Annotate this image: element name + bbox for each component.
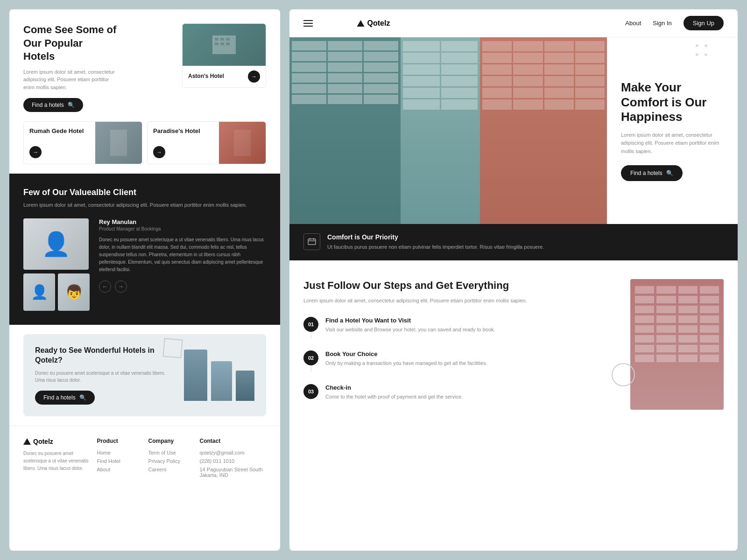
steps-section: Just Follow Our Steps and Get Everything… — [289, 260, 738, 551]
step-2-desc: Only by making a transaction you have ma… — [325, 359, 487, 367]
svg-rect-3 — [226, 38, 230, 41]
step-2-number: 02 — [303, 350, 318, 365]
hotels-row: Rumah Gede Hotel → Paradise's Hotel → — [9, 121, 280, 174]
svg-rect-2 — [220, 38, 224, 41]
cta-buildings — [184, 350, 254, 401]
svg-rect-4 — [215, 42, 218, 45]
client-main-photo: 👤 — [23, 218, 89, 270]
cta-decoration — [162, 338, 183, 358]
paradise-arrow[interactable]: → — [153, 146, 165, 158]
comfort-icon — [303, 233, 320, 250]
step-2-title: Book Your Choice — [325, 350, 487, 357]
find-hotels-button-cta[interactable]: Find a hotels 🔍 — [35, 391, 95, 405]
footer-brand-desc: Donec eu posuere amet scelerisque a ut v… — [23, 450, 90, 472]
nav-signin-link[interactable]: Sign In — [653, 20, 671, 27]
footer-link-about[interactable]: About — [97, 467, 141, 472]
footer-link-privacy[interactable]: Privacy Policy — [148, 458, 193, 464]
step-3-title: Check-in — [325, 384, 463, 391]
client-name: Rey Manulan — [99, 218, 266, 225]
cta-building-mid — [211, 361, 232, 401]
right-hero-section: Make Your Comfort is Our Happiness Lorem… — [289, 37, 738, 224]
paradise-card: Paradise's Hotel → — [147, 121, 266, 164]
cta-section: Ready to See Wonderful Hotels in Qotelz?… — [23, 334, 266, 417]
aston-hotel-arrow[interactable]: → — [248, 70, 260, 83]
footer-link-home[interactable]: Home — [97, 450, 141, 455]
footer-contact-col: Contact qotelzy@gmail.com (228) 011 1010… — [200, 438, 267, 481]
svg-rect-8 — [234, 130, 251, 156]
footer-link-careers[interactable]: Careers — [148, 467, 193, 472]
footer-phone: (228) 011 1010 — [200, 458, 267, 464]
footer-brand: Qotelz Donec eu posuere amet scelerisque… — [23, 438, 90, 481]
steps-title: Just Follow Our Steps and Get Everything — [303, 279, 598, 293]
steps-image — [612, 279, 724, 532]
footer-brand-name: Qotelz — [23, 438, 90, 445]
footer-section: Qotelz Donec eu posuere amet scelerisque… — [9, 426, 280, 492]
cta-building-tall — [184, 350, 207, 401]
paradise-image — [219, 122, 266, 164]
nav-brand-logo-icon — [357, 20, 365, 27]
svg-rect-6 — [226, 42, 230, 45]
nav-links: About Sign In Sign Up — [625, 16, 724, 30]
hero-desc: Lorem ipsum dolor sit amet, consectetur … — [23, 68, 117, 91]
hero-decoration — [696, 44, 712, 61]
paradise-name: Paradise's Hotel — [153, 127, 213, 135]
nav-brand: Qotelz — [357, 19, 390, 28]
footer-product-col: Product Home Find Hotel About — [97, 438, 141, 481]
right-hero-title: Make Your Comfort is Our Happiness — [621, 80, 724, 124]
rumah-gede-name: Rumah Gede Hotel — [29, 127, 90, 135]
client-text: Donec eu posuere amet scelerisque a ut v… — [99, 236, 266, 273]
client-testimonial: Rey Manulan Product Manager at Bookinga … — [99, 218, 266, 311]
svg-rect-5 — [220, 42, 224, 45]
footer-company-col: Company Term of Use Privacy Policy Caree… — [148, 438, 193, 481]
step-1-desc: Visit our website and Browse your hotel,… — [325, 326, 495, 334]
nav-signup-button[interactable]: Sign Up — [684, 16, 724, 30]
nav-about-link[interactable]: About — [625, 20, 641, 27]
steps-desc: Lorem ipsum dolor sit amet, consectetur … — [303, 297, 598, 305]
svg-rect-1 — [215, 38, 218, 41]
hero-section: Come See Some of Our Popular Hotels Lore… — [9, 9, 280, 121]
client-next-button[interactable]: → — [115, 280, 127, 293]
steps-building-image — [630, 279, 724, 410]
client-prev-button[interactable]: ← — [99, 280, 111, 293]
steps-decoration-circle — [612, 363, 635, 386]
svg-rect-7 — [110, 130, 127, 156]
hamburger-menu-button[interactable] — [303, 20, 313, 27]
rumah-gede-arrow[interactable]: → — [29, 146, 42, 158]
rumah-gede-card: Rumah Gede Hotel → — [23, 121, 142, 164]
step-3-desc: Come to the hotel with proof of payment … — [325, 393, 463, 401]
right-hero-content: Make Your Comfort is Our Happiness Lorem… — [607, 37, 738, 224]
clients-title: Few of Our Valuealble Client — [23, 188, 266, 197]
clients-desc: Lorem ipsum dolor sit amet, consectetur … — [23, 201, 266, 209]
step-1: 01 Find a Hotel You Want to Visit Visit … — [303, 317, 598, 341]
step-2: 02 Book Your Choice Only by making a tra… — [303, 350, 598, 375]
client-nav: ← → — [99, 280, 266, 293]
navbar: Qotelz About Sign In Sign Up — [289, 9, 738, 37]
search-icon-cta: 🔍 — [79, 394, 86, 401]
comfort-title: Comfort is Our Priority — [327, 233, 544, 241]
client-small-photo-2: 👦 — [58, 273, 90, 311]
find-hotels-button-right[interactable]: Find a hotels 🔍 — [621, 165, 683, 181]
footer-address: 14 Paguyuban Street South Jakarta, IND — [200, 467, 267, 478]
search-icon-right: 🔍 — [666, 170, 673, 176]
client-role: Product Manager at Bookinga — [99, 226, 266, 231]
step-1-title: Find a Hotel You Want to Visit — [325, 317, 495, 324]
step-3-number: 03 — [303, 384, 318, 399]
right-hero-desc: Lorem ipsum dolor sit amet, consectetur … — [621, 131, 724, 156]
brand-logo-icon — [23, 438, 31, 445]
hero-title: Come See Some of Our Popular Hotels — [23, 23, 117, 63]
clients-photos: 👤 👤 👦 — [23, 218, 90, 311]
svg-rect-9 — [308, 239, 316, 245]
aston-hotel-name: Aston's Hotel — [188, 73, 224, 80]
cta-building-short — [236, 371, 254, 401]
find-hotels-button-left-hero[interactable]: Find a hotels 🔍 — [23, 98, 83, 112]
rumah-gede-image — [95, 122, 142, 164]
footer-link-terms[interactable]: Term of Use — [148, 450, 193, 455]
footer-link-find-hotel[interactable]: Find Hotel — [97, 458, 141, 464]
aston-hotel-card: Aston's Hotel → — [182, 23, 266, 88]
cta-title: Ready to See Wonderful Hotels in Qotelz? — [35, 346, 175, 365]
hero-building-image — [289, 37, 607, 224]
clients-section: Few of Our Valuealble Client Lorem ipsum… — [9, 174, 280, 325]
left-panel: Come See Some of Our Popular Hotels Lore… — [9, 9, 280, 551]
step-3: 03 Check-in Come to the hotel with proof… — [303, 384, 598, 401]
comfort-desc: Ut faucibus purus posuere non etiam pulv… — [327, 243, 544, 251]
